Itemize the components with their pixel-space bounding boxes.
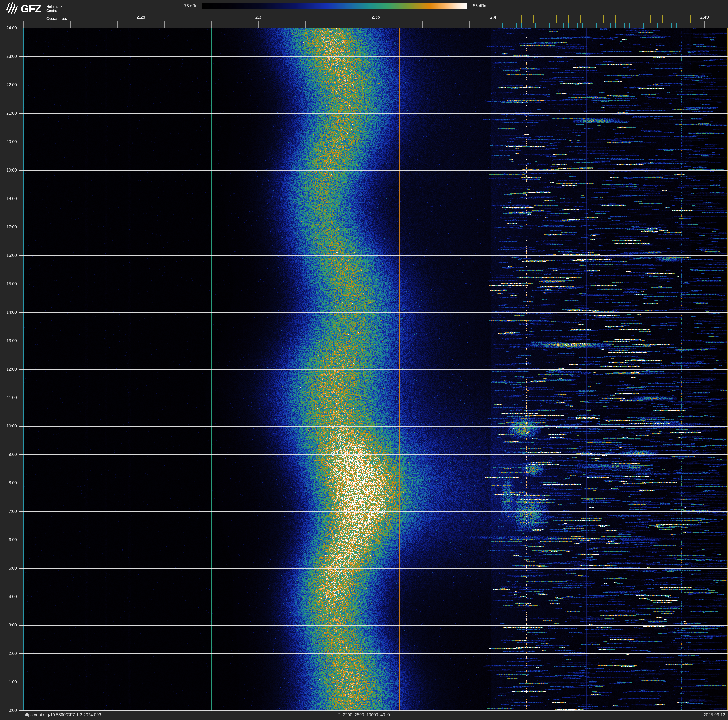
time-tick-label: 14:00 [0,310,17,315]
time-tick-label: 0:00 [0,708,17,713]
logo-subtitle: Helmholtz Centre for Geosciences [46,5,67,20]
colorbar-max-label: -55 dBm [471,3,518,8]
time-tick-label: 5:00 [0,566,17,571]
freq-tick-label: 2.25 [137,15,145,20]
time-tick-label: 4:00 [0,594,17,599]
spectrogram-canvas [0,0,728,720]
logo-subtitle-line1: Helmholtz Centre [46,5,67,12]
freq-tick-label: 2.3 [255,15,262,20]
freq-tick-label: 2.4 [490,15,496,20]
time-tick-label: 22:00 [0,83,17,87]
time-tick-label: 10:00 [0,424,17,429]
time-tick-label: 16:00 [0,253,17,258]
spectrogram-page: GFZ Helmholtz Centre for Geosciences -75… [0,0,728,720]
time-tick-label: 23:00 [0,54,17,59]
time-tick-label: 1:00 [0,680,17,685]
doi-link-text: https://doi.org/10.5880/GFZ.1.2.2024.003 [23,712,101,717]
time-tick-label: 8:00 [0,481,17,486]
freq-tick-label: 2.35 [372,15,380,20]
time-tick-label: 24:00 [0,26,17,31]
time-tick-label: 17:00 [0,225,17,230]
colorbar-gradient [202,3,467,9]
gfz-striped-globe-icon [6,2,18,14]
time-tick-label: 9:00 [0,452,17,457]
time-tick-label: 20:00 [0,139,17,144]
time-tick-label: 6:00 [0,538,17,542]
time-tick-label: 15:00 [0,282,17,286]
logo-org-text: GFZ [21,2,41,15]
time-tick-label: 18:00 [0,196,17,201]
time-tick-label: 13:00 [0,339,17,343]
time-tick-label: 11:00 [0,395,17,400]
time-tick-label: 3:00 [0,623,17,628]
date-label: 2025-06-12 [704,712,725,717]
time-tick-label: 19:00 [0,168,17,173]
time-tick-label: 12:00 [0,367,17,372]
time-tick-label: 7:00 [0,509,17,514]
freq-tick-label: 2.49 [700,15,709,20]
dataset-name: 2_2200_2500_10000_40_0 [338,712,390,717]
logo-subtitle-line2: for Geosciences [46,12,67,20]
time-tick-label: 21:00 [0,111,17,116]
colorbar-min-label: -75 dBm [164,3,199,8]
time-tick-label: 2:00 [0,651,17,656]
